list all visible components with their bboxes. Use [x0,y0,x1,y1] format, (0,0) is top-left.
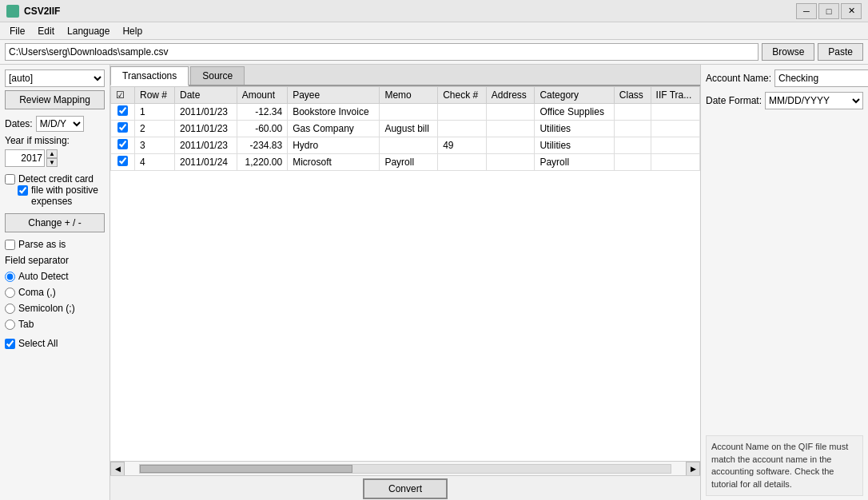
main-layout: [auto] Review Mapping Dates: M/D/Y Year … [0,65,868,500]
transactions-table: ☑ Row # Date Amount Payee Memo Check # A… [110,86,700,171]
minimize-button[interactable]: ─ [796,3,817,19]
row-payee: Gas Company [288,121,380,137]
year-label: Year if missing: [5,135,70,146]
select-all-checkbox[interactable] [5,339,15,349]
radio-comma-input[interactable] [5,288,15,298]
row-iif [651,104,699,121]
radio-auto-detect-input[interactable] [5,272,15,282]
radio-auto-detect-label: Auto Detect [18,271,69,282]
row-check [438,154,487,171]
convert-button[interactable]: Convert [363,478,448,499]
tab-transactions[interactable]: Transactions [110,66,189,86]
bottom-bar: Convert [110,475,700,500]
account-name-label: Account Name: [706,73,771,84]
row-date: 2011/01/23 [174,104,237,121]
row-num: 4 [135,154,175,171]
paste-button[interactable]: Paste [818,43,863,61]
scroll-track[interactable] [139,464,671,474]
scroll-right-arrow[interactable]: ▶ [686,462,700,476]
tab-source[interactable]: Source [190,66,245,85]
row-checkbox-1[interactable] [117,122,128,133]
row-memo: August bill [380,121,438,137]
radio-tab-label: Tab [18,319,34,330]
row-payee: Hydro [288,137,380,154]
parse-as-is-checkbox[interactable] [5,240,15,250]
radio-comma: Coma (,) [5,287,105,298]
row-category: Office Supplies [535,104,614,121]
row-class [614,154,651,171]
col-check: Check # [438,87,487,104]
review-mapping-button[interactable]: Review Mapping [5,90,105,109]
row-category: Utilities [535,137,614,154]
row-checkbox-cell[interactable] [111,154,135,171]
file-positive-checkbox[interactable] [18,185,28,196]
row-check [438,121,487,137]
detect-credit-checkbox[interactable] [5,174,15,185]
menu-language[interactable]: Language [61,24,116,38]
row-checkbox-cell[interactable] [111,137,135,154]
change-button[interactable]: Change + / - [5,213,105,232]
col-category: Category [535,87,614,104]
year-up-button[interactable]: ▲ [46,149,58,158]
year-spinner[interactable] [5,149,45,167]
account-name-input[interactable] [774,69,868,87]
date-format-select[interactable]: MM/DD/YYYY DD/MM/YYYY YYYY/MM/DD [765,92,863,109]
row-checkbox-3[interactable] [117,156,128,166]
date-format-row: Date Format: MM/DD/YYYY DD/MM/YYYY YYYY/… [706,92,863,109]
browse-button[interactable]: Browse [762,43,814,61]
horizontal-scrollbar[interactable]: ◀ ▶ [110,461,700,475]
row-memo [380,104,438,121]
row-checkbox-2[interactable] [117,139,128,149]
close-button[interactable]: ✕ [841,3,862,19]
scroll-left-arrow[interactable]: ◀ [110,462,125,476]
col-payee: Payee [288,87,380,104]
auto-select-row: [auto] [5,69,105,87]
table-row: 3 2011/01/23 -234.83 Hydro 49 Utilities [111,137,700,154]
row-address [486,121,535,137]
row-category: Payroll [535,154,614,171]
date-format-dropdown[interactable]: M/D/Y [36,116,84,132]
table-header-row: ☑ Row # Date Amount Payee Memo Check # A… [111,87,700,104]
col-date: Date [174,87,237,104]
col-address: Address [486,87,535,104]
row-date: 2011/01/23 [174,121,237,137]
row-num: 1 [135,104,175,121]
row-address [486,137,535,154]
select-all-label: Select All [18,338,58,349]
row-date: 2011/01/23 [174,137,237,154]
radio-semicolon: Semicolon (;) [5,303,105,314]
detect-credit-label: Detect credit card [18,173,94,185]
row-class [614,137,651,154]
col-memo: Memo [380,87,438,104]
radio-semicolon-input[interactable] [5,304,15,314]
table-row: 2 2011/01/23 -60.00 Gas Company August b… [111,121,700,137]
parse-as-is-label: Parse as is [18,239,66,250]
row-address [486,104,535,121]
transactions-table-area[interactable]: ☑ Row # Date Amount Payee Memo Check # A… [110,86,700,461]
year-down-button[interactable]: ▼ [46,158,58,167]
row-checkbox-cell[interactable] [111,121,135,137]
menu-bar: File Edit Language Help [0,22,868,40]
row-checkbox-cell[interactable] [111,104,135,121]
auto-dropdown[interactable]: [auto] [5,69,105,87]
row-num: 3 [135,137,175,154]
row-address [486,154,535,171]
menu-file[interactable]: File [3,24,31,38]
right-panel: Account Name: Date Format: MM/DD/YYYY DD… [700,65,868,500]
year-row: Year if missing: [5,135,105,146]
menu-help[interactable]: Help [116,24,149,38]
row-date: 2011/01/24 [174,154,237,171]
menu-edit[interactable]: Edit [31,24,61,38]
col-iif: IIF Tra... [651,87,699,104]
maximize-button[interactable]: □ [818,3,839,19]
row-num: 2 [135,121,175,137]
row-category: Utilities [535,121,614,137]
row-check [438,104,487,121]
row-class [614,104,651,121]
row-checkbox-0[interactable] [117,105,128,116]
center-section: Transactions Source ☑ Row # Date Amount [110,65,700,500]
file-bar: Browse Paste [0,40,868,65]
file-path-input[interactable] [5,43,759,61]
radio-tab-input[interactable] [5,319,15,330]
table-row: 4 2011/01/24 1,220.00 Microsoft Payroll … [111,154,700,171]
